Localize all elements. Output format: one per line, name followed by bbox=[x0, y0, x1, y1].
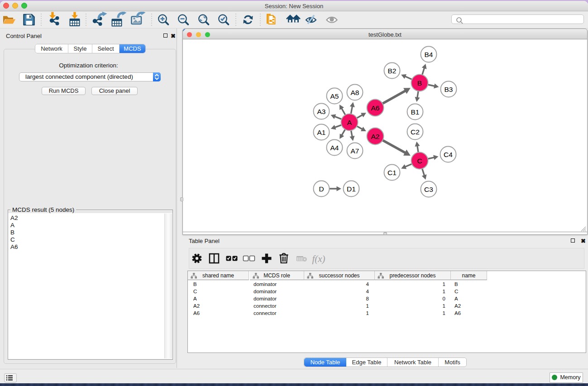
svg-text:A2: A2 bbox=[371, 133, 380, 140]
svg-text:C4: C4 bbox=[444, 151, 453, 158]
svg-text:B1: B1 bbox=[411, 108, 420, 116]
svg-text:C1: C1 bbox=[387, 169, 397, 176]
svg-text:C: C bbox=[417, 157, 422, 165]
svg-text:B: B bbox=[417, 79, 422, 87]
svg-text:C3: C3 bbox=[424, 186, 433, 193]
svg-text:B2: B2 bbox=[388, 67, 397, 75]
svg-text:A7: A7 bbox=[351, 147, 359, 155]
svg-text:C2: C2 bbox=[411, 128, 420, 136]
svg-text:A3: A3 bbox=[317, 108, 326, 115]
svg-text:A1: A1 bbox=[317, 129, 326, 136]
svg-text:D: D bbox=[319, 185, 324, 193]
svg-text:f(x): f(x) bbox=[312, 253, 325, 264]
svg-text:A4: A4 bbox=[330, 144, 339, 152]
svg-text:A: A bbox=[347, 119, 352, 126]
svg-text:A6: A6 bbox=[371, 104, 380, 112]
svg-text:A5: A5 bbox=[330, 92, 339, 100]
svg-text:D1: D1 bbox=[347, 185, 356, 193]
svg-text:B3: B3 bbox=[445, 86, 453, 93]
svg-text:A8: A8 bbox=[351, 89, 359, 96]
svg-text:B4: B4 bbox=[425, 51, 433, 58]
